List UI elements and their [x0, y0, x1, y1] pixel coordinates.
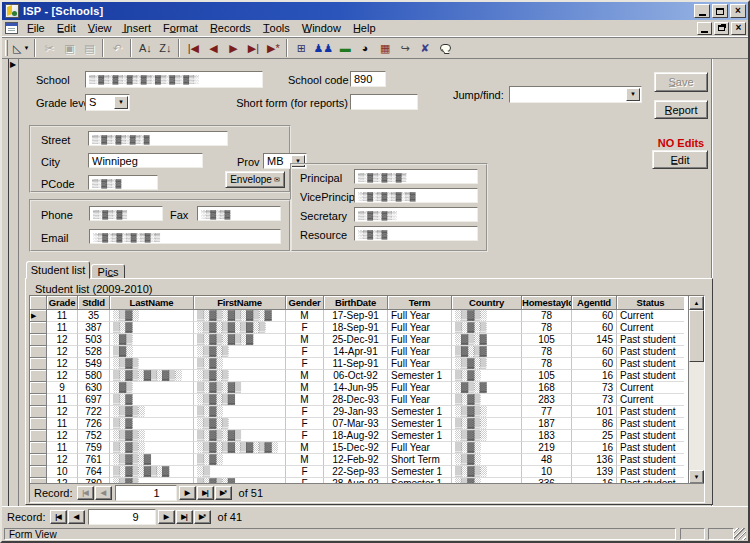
child-restore-button[interactable] — [714, 22, 729, 35]
row-selector[interactable] — [30, 382, 47, 394]
cell-birthdate[interactable]: 15-Dec-92 — [324, 442, 388, 454]
cell-lastname[interactable]: ░▓▒ — [110, 334, 194, 346]
cell-agentid[interactable]: 60 — [572, 358, 617, 370]
edit-button[interactable]: E̲dit — [652, 150, 708, 169]
cell-homestayid[interactable]: 168 — [522, 382, 572, 394]
cell-country[interactable]: ░▒▓░▒ — [452, 358, 522, 370]
form-record-selector-bar[interactable]: ▶ — [8, 59, 19, 506]
cell-status[interactable]: Past student — [617, 358, 684, 370]
toolbar-calendar-button[interactable]: ▦ — [375, 38, 395, 58]
cell-homestayid[interactable]: 183 — [522, 430, 572, 442]
row-selector[interactable] — [30, 334, 47, 346]
cell-term[interactable]: Short Term — [388, 454, 452, 466]
form-previous-record-button[interactable]: ◀ — [68, 510, 85, 524]
maximize-button[interactable] — [712, 4, 728, 18]
minimize-button[interactable] — [694, 4, 710, 18]
header-grade[interactable]: Grade — [47, 296, 78, 310]
row-selector[interactable] — [30, 430, 47, 442]
cell-gender[interactable]: F — [286, 346, 324, 358]
cell-agentid[interactable]: 73 — [572, 394, 617, 406]
cell-homestayid[interactable]: 105 — [522, 370, 572, 382]
cell-agentid[interactable]: 139 — [572, 466, 617, 478]
cell-stdid[interactable]: 722 — [78, 406, 110, 418]
cell-agentid[interactable]: 16 — [572, 442, 617, 454]
cell-status[interactable]: Past student — [617, 346, 684, 358]
cell-firstname[interactable]: ▒░▓▒░▓▒░▓▒░▓ — [194, 310, 286, 322]
row-selector[interactable] — [30, 394, 47, 406]
cell-homestayid[interactable]: 10 — [522, 466, 572, 478]
header-status[interactable]: Status — [617, 296, 684, 310]
form-next-record-button[interactable]: ▶ — [158, 510, 175, 524]
toolbar-clock-button[interactable]: ◕ — [355, 38, 375, 58]
cell-country[interactable]: ▒░▓░ — [452, 370, 522, 382]
toolbar-cut-button[interactable]: ✂ — [39, 38, 59, 58]
cell-stdid[interactable]: 528 — [78, 346, 110, 358]
row-selector[interactable] — [30, 454, 47, 466]
cell-stdid[interactable]: 726 — [78, 418, 110, 430]
subform-current-record-input[interactable]: 1 — [115, 485, 177, 501]
cell-country[interactable]: ░▒▓▒░ — [452, 310, 522, 322]
menu-item-help[interactable]: H̲elp — [347, 20, 382, 36]
cell-country[interactable]: ▒░▓░▒ — [452, 322, 522, 334]
cell-firstname[interactable]: ▒░▓▒░▓▒ — [194, 430, 286, 442]
cell-agentid[interactable]: 136 — [572, 454, 617, 466]
email-input[interactable]: ░▒▓░▒▓░▒▓░▒▓░▒ — [89, 229, 281, 244]
cell-grade[interactable]: 12 — [47, 346, 78, 358]
scroll-down-button[interactable]: ▼ — [689, 470, 704, 484]
header-agentid[interactable]: AgentId — [572, 296, 617, 310]
toolbar-delete-x-button[interactable]: ✘ — [415, 38, 435, 58]
cell-gender[interactable]: F — [286, 430, 324, 442]
cell-firstname[interactable]: ░▒▓░▒ — [194, 370, 286, 382]
form-first-record-button[interactable]: |◀ — [50, 510, 67, 524]
cell-lastname[interactable]: ▒░▓▒░▓▒░▓▒░ — [110, 370, 194, 382]
toolbar-copy-button[interactable]: ▣ — [59, 38, 79, 58]
pcode-input[interactable]: ▒░▓▒░▓ — [88, 175, 158, 190]
cell-status[interactable]: Past student — [617, 466, 684, 478]
cell-stdid[interactable]: 580 — [78, 370, 110, 382]
cell-agentid[interactable]: 101 — [572, 406, 617, 418]
toolbar-undo-button[interactable]: ↶ — [107, 38, 127, 58]
cell-homestayid[interactable]: 219 — [522, 442, 572, 454]
cell-status[interactable]: Past student — [617, 334, 684, 346]
row-selector[interactable] — [30, 418, 47, 430]
cell-term[interactable]: Semester 1 — [388, 418, 452, 430]
subform-previous-record-button[interactable]: ◀ — [95, 486, 112, 500]
cell-homestayid[interactable]: 78 — [522, 346, 572, 358]
cell-agentid[interactable]: 25 — [572, 430, 617, 442]
form-current-record-input[interactable]: 9 — [88, 509, 156, 525]
cell-firstname[interactable]: ▒░▓▒░▓▒░▓ — [194, 334, 286, 346]
cell-lastname[interactable]: ░▒▓▒░ — [110, 406, 194, 418]
header-homestayid[interactable]: HomestayId — [522, 296, 572, 310]
toolbar-grip[interactable] — [5, 40, 8, 56]
cell-birthdate[interactable]: 17-Sep-91 — [324, 310, 388, 322]
viceprincipal-input[interactable]: ░▒▓░▒▓░▒▓░▒▓ — [354, 188, 478, 203]
cell-gender[interactable]: M — [286, 394, 324, 406]
row-selector[interactable] — [30, 346, 47, 358]
cell-lastname[interactable]: ░▒▓▒ — [110, 358, 194, 370]
cell-birthdate[interactable]: 22-Sep-93 — [324, 466, 388, 478]
cell-stdid[interactable]: 387 — [78, 322, 110, 334]
form-window-icon[interactable] — [5, 22, 18, 34]
cell-birthdate[interactable]: 14-Jun-95 — [324, 382, 388, 394]
cell-status[interactable]: Current — [617, 394, 684, 406]
cell-firstname[interactable]: ░▒▓░▒▓ — [194, 394, 286, 406]
cell-firstname[interactable]: ░▒ — [194, 466, 286, 478]
phone-input[interactable]: ▒░▓▒░▓▒ — [89, 206, 163, 221]
cell-status[interactable]: Current — [617, 322, 684, 334]
cell-lastname[interactable]: ▒▓░ — [110, 346, 194, 358]
cell-country[interactable]: ▒░▓▒░ — [452, 418, 522, 430]
cell-country[interactable]: ▒░▓▒░ — [452, 466, 522, 478]
cell-homestayid[interactable]: 77 — [522, 406, 572, 418]
principal-input[interactable]: ▒░▓▒░▓▒░▓▒ — [354, 169, 478, 184]
menu-item-view[interactable]: V̲iew — [82, 20, 118, 36]
cell-status[interactable]: Past student — [617, 406, 684, 418]
scroll-thumb[interactable] — [689, 310, 704, 362]
cell-term[interactable]: Semester 1 — [388, 466, 452, 478]
menu-item-edit[interactable]: E̲dit — [51, 20, 82, 36]
form-last-record-button[interactable]: ▶| — [176, 510, 193, 524]
toolbar-nav-last-button[interactable]: ▶| — [243, 38, 263, 58]
cell-status[interactable]: Past student — [617, 418, 684, 430]
menu-item-insert[interactable]: I̲nsert — [118, 20, 158, 36]
cell-birthdate[interactable]: 18-Aug-92 — [324, 430, 388, 442]
fax-input[interactable]: ░▒▓░▒▓ — [197, 206, 281, 221]
